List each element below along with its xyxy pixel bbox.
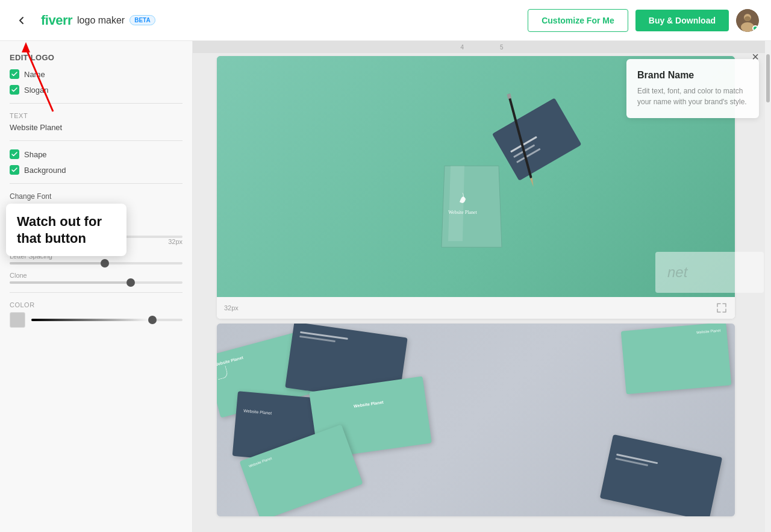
clone-track[interactable]	[10, 281, 183, 284]
customize-button[interactable]: Customize For Me	[528, 9, 628, 32]
slogan-checkbox[interactable]	[10, 85, 19, 95]
letter-spacing-track[interactable]	[10, 262, 183, 264]
clone-slider-container: Clone	[10, 272, 183, 284]
beta-badge: BETA	[130, 15, 155, 25]
right-overlay-panel: net	[655, 252, 764, 293]
slogan-label: Slogan	[24, 86, 48, 95]
tooltip-box: Watch out for that button	[6, 204, 126, 256]
header-left: fiverr logo maker BETA	[12, 11, 155, 30]
scrollbar-thumb[interactable]	[766, 54, 770, 102]
header-right: Customize For Me Buy & Download	[528, 9, 759, 32]
name-checkbox-row: Name	[10, 69, 183, 79]
text-field-value: Website Planet	[10, 123, 183, 132]
background-label: Background	[24, 166, 66, 175]
brand-panel-title: Brand Name	[637, 70, 748, 81]
cup-svg: Website Planet	[429, 136, 514, 253]
page-num-5: 5	[500, 44, 504, 51]
shape-checkbox[interactable]	[10, 149, 19, 159]
background-checkbox[interactable]	[10, 165, 19, 175]
color-slider-track[interactable]	[31, 319, 183, 321]
slogan-checkbox-row: Slogan	[10, 85, 183, 95]
product-name: logo maker	[77, 15, 125, 26]
shape-checkbox-row: Shape	[10, 149, 183, 159]
card-1-footer: 32px	[217, 297, 735, 319]
svg-text:Website Planet: Website Planet	[448, 210, 477, 215]
edit-logo-title: Edit Logo	[10, 53, 183, 62]
divider-3	[10, 183, 183, 184]
svg-marker-10	[530, 178, 535, 187]
card-1-size: 32px	[224, 304, 239, 311]
svg-rect-11	[507, 93, 511, 99]
text-section-label: TEXT	[10, 112, 183, 119]
scrollbar[interactable]	[765, 41, 771, 532]
background-checkbox-row: Background	[10, 165, 183, 175]
bcard-3: Website Planet	[621, 324, 731, 394]
app-header: fiverr logo maker BETA Customize For Me …	[0, 0, 771, 41]
logo-area: fiverr logo maker BETA	[41, 13, 155, 28]
modal-close-button[interactable]: ×	[747, 48, 764, 65]
fiverr-wordmark: fiverr	[41, 13, 72, 28]
divider-1	[10, 103, 183, 104]
online-indicator	[752, 25, 758, 31]
tooltip-text: Watch out for that button	[17, 213, 116, 246]
content-area: 4 5 × Brand Name Edit text, font, and co…	[193, 41, 771, 532]
main-layout: Edit Logo Name Slogan TEXT Website Plane…	[0, 41, 771, 532]
clone-label: Clone	[10, 272, 183, 279]
svg-point-3	[744, 16, 751, 21]
brand-panel-description: Edit text, font, and color to match your…	[637, 86, 748, 107]
business-cards-image: Website Planet	[217, 324, 735, 516]
divider-4	[10, 292, 183, 293]
color-label: COLOR	[10, 301, 183, 308]
back-button[interactable]	[12, 11, 31, 30]
expand-icon[interactable]	[716, 302, 728, 314]
name-label: Name	[24, 70, 45, 79]
buy-download-button[interactable]: Buy & Download	[635, 10, 729, 31]
page-indicators: 4 5	[193, 41, 771, 53]
divider-2	[10, 140, 183, 141]
mockup-card-2: Website Planet	[217, 324, 735, 516]
user-avatar[interactable]	[736, 9, 759, 32]
name-checkbox[interactable]	[10, 69, 19, 79]
sidebar: Edit Logo Name Slogan TEXT Website Plane…	[0, 41, 193, 532]
color-swatch[interactable]	[10, 312, 25, 328]
change-font-button[interactable]: Change Font	[10, 192, 51, 201]
partial-text: net	[667, 264, 752, 281]
brand-name-panel: Brand Name Edit text, font, and color to…	[626, 59, 759, 118]
page-num-4: 4	[460, 44, 464, 51]
shape-label: Shape	[24, 150, 47, 159]
